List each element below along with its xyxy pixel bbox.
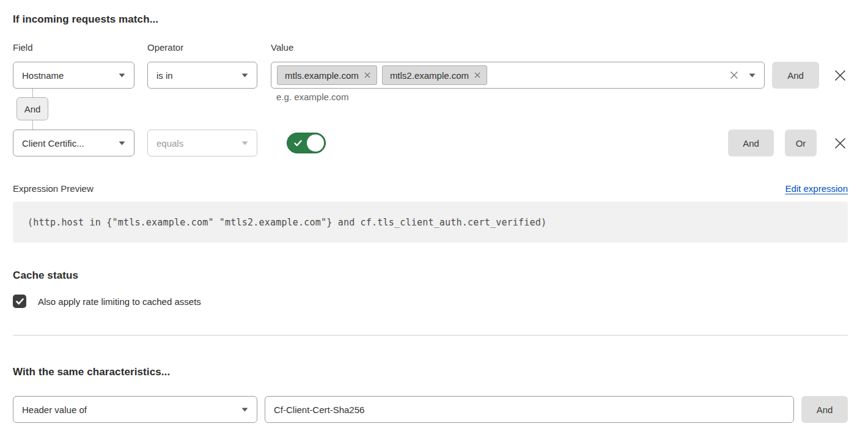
value-multiselect-row1[interactable]: mtls.example.com mtls2.example.com <box>271 62 765 89</box>
field-select-row1-value: Hostname <box>22 70 64 81</box>
value-column-label: Value <box>271 42 293 53</box>
chevron-down-icon <box>119 141 125 145</box>
match-row-2: Client Certific... equals And Or <box>13 130 848 156</box>
operator-select-row1[interactable]: is in <box>147 62 257 89</box>
operator-select-row2-value: equals <box>156 138 183 148</box>
value-tag: mtls.example.com <box>277 65 377 85</box>
cache-status-title: Cache status <box>13 270 848 282</box>
remove-row-icon[interactable] <box>834 137 847 150</box>
operator-column-label: Operator <box>147 42 257 53</box>
match-row-1: Hostname is in mtls.example.com mtls2.ex… <box>13 62 848 89</box>
rule-builder: If incoming requests match... Field Oper… <box>13 13 848 423</box>
cert-verified-toggle[interactable] <box>287 133 326 153</box>
header-name-input[interactable] <box>265 396 794 423</box>
field-select-row1[interactable]: Hostname <box>13 62 134 89</box>
value-tag-text: mtls.example.com <box>285 70 359 81</box>
expression-preview-header: Expression Preview Edit expression <box>13 183 848 194</box>
and-button-row1[interactable]: And <box>772 62 819 89</box>
field-column-label: Field <box>13 42 134 53</box>
characteristics-and-button[interactable]: And <box>801 396 848 423</box>
value-tag: mtls2.example.com <box>382 65 487 85</box>
check-icon <box>294 140 302 147</box>
toggle-knob <box>307 134 324 152</box>
field-select-row2[interactable]: Client Certific... <box>13 130 134 156</box>
remove-row-icon[interactable] <box>834 69 847 82</box>
and-button-row2[interactable]: And <box>728 130 774 156</box>
value-tag-text: mtls2.example.com <box>390 70 469 81</box>
clear-values-icon[interactable] <box>730 71 738 79</box>
chevron-down-icon <box>241 141 248 145</box>
match-section-title: If incoming requests match... <box>13 13 848 26</box>
chevron-down-icon[interactable] <box>749 73 756 78</box>
column-labels: Field Operator Value <box>13 42 848 53</box>
check-icon <box>16 298 24 305</box>
characteristic-select[interactable]: Header value of <box>13 396 257 423</box>
edit-expression-link[interactable]: Edit expression <box>785 183 848 194</box>
characteristics-title: With the same characteristics... <box>13 366 848 378</box>
or-button-row2[interactable]: Or <box>785 130 817 156</box>
characteristics-row: Header value of And <box>13 396 848 423</box>
value-hint: e.g. example.com <box>276 92 348 102</box>
connector-and-button[interactable]: And <box>17 97 48 120</box>
tag-remove-icon[interactable] <box>364 72 370 78</box>
expression-code-block: (http.host in {"mtls.example.com" "mtls2… <box>13 202 848 243</box>
chevron-down-icon <box>119 73 125 78</box>
tag-remove-icon[interactable] <box>474 72 480 78</box>
chevron-down-icon <box>241 408 248 412</box>
chevron-down-icon <box>241 73 248 78</box>
operator-select-row1-value: is in <box>156 70 173 81</box>
field-select-row2-value: Client Certific... <box>22 138 84 148</box>
expression-preview-label: Expression Preview <box>13 183 94 194</box>
multiselect-controls <box>730 71 756 79</box>
operator-select-row2-disabled: equals <box>147 130 257 156</box>
section-divider <box>13 335 848 336</box>
cache-checkbox-label: Also apply rate limiting to cached asset… <box>38 296 201 307</box>
cache-checkbox[interactable] <box>13 295 26 308</box>
row-connector: And <box>17 97 48 120</box>
cache-checkbox-row: Also apply rate limiting to cached asset… <box>13 295 848 308</box>
characteristic-select-value: Header value of <box>22 405 87 415</box>
